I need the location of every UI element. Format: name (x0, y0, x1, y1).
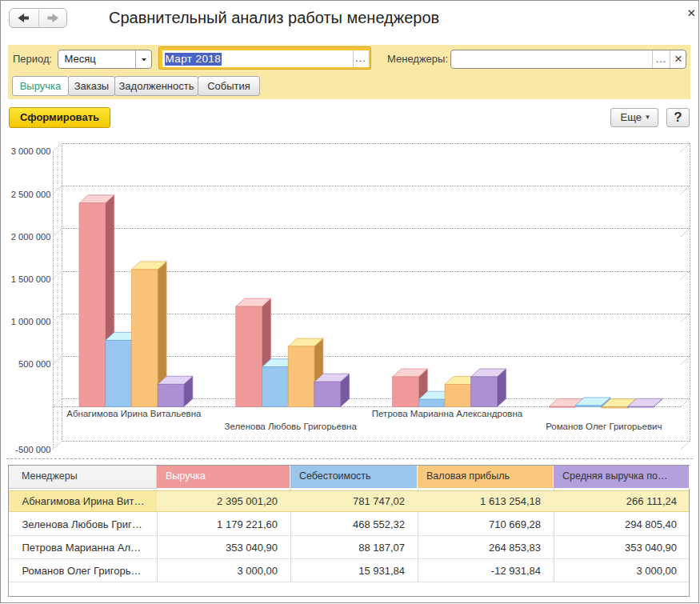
svg-text:2 500 000: 2 500 000 (11, 190, 51, 199)
svg-text:500 000: 500 000 (18, 359, 50, 369)
svg-text:Абнагимова Ирина Витальевна: Абнагимова Ирина Витальевна (66, 409, 202, 418)
svg-text:Зеленова Любовь Григорьевна: Зеленова Любовь Григорьевна (225, 422, 358, 431)
svg-text:Романов Олег Григорьевич: Романов Олег Григорьевич (546, 422, 662, 431)
svg-text:3 000 000: 3 000 000 (11, 146, 51, 156)
svg-text:1 500 000: 1 500 000 (11, 274, 51, 284)
svg-text:Петрова Марианна Александровна: Петрова Марианна Александровна (372, 409, 523, 418)
svg-text:2 000 000: 2 000 000 (11, 232, 51, 242)
svg-text:1 000 000: 1 000 000 (11, 317, 51, 326)
svg-text:-500 000: -500 000 (15, 445, 50, 454)
